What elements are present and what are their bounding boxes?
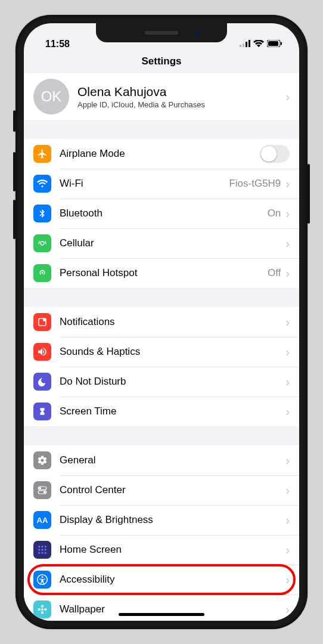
airplane-icon — [33, 145, 51, 163]
cellular-signal-icon — [240, 39, 250, 49]
svg-rect-19 — [38, 552, 40, 554]
hotspot-icon — [33, 264, 51, 282]
svg-rect-15 — [45, 546, 46, 547]
chevron-right-icon: › — [285, 237, 290, 250]
home-grid-icon — [33, 541, 51, 559]
svg-rect-6 — [281, 42, 282, 45]
wifi-settings-icon — [33, 175, 51, 193]
svg-rect-5 — [268, 41, 278, 46]
general-row[interactable]: General › — [24, 445, 299, 475]
svg-rect-14 — [42, 546, 44, 547]
svg-rect-1 — [243, 44, 244, 47]
svg-rect-16 — [38, 549, 40, 551]
switches-icon — [33, 481, 51, 499]
hotspot-value: Off — [268, 267, 281, 279]
chevron-right-icon: › — [285, 315, 290, 329]
sounds-row[interactable]: Sounds & Haptics › — [24, 337, 299, 367]
dnd-row[interactable]: Do Not Disturb › — [24, 367, 299, 397]
svg-rect-0 — [240, 45, 241, 47]
accessibility-label: Accessibility — [60, 574, 284, 586]
profile-subtitle: Apple ID, iCloud, Media & Purchases — [77, 100, 284, 109]
screen: 11:58 Settings OK Olena Kahujova A — [24, 23, 299, 621]
home-screen-label: Home Screen — [60, 544, 284, 556]
text-size-icon: AA — [33, 511, 51, 529]
bluetooth-value: On — [268, 208, 281, 219]
home-screen-row[interactable]: Home Screen › — [24, 535, 299, 565]
home-indicator[interactable] — [119, 613, 204, 616]
notifications-icon — [33, 313, 51, 331]
hotspot-label: Personal Hotspot — [60, 267, 268, 279]
chevron-right-icon: › — [285, 207, 290, 221]
notifications-row[interactable]: Notifications › — [24, 307, 299, 337]
cellular-label: Cellular — [60, 237, 284, 249]
general-label: General — [60, 454, 284, 466]
phone-frame: 11:58 Settings OK Olena Kahujova A — [15, 15, 308, 629]
svg-rect-17 — [42, 549, 44, 551]
accessibility-icon — [33, 571, 51, 589]
svg-point-23 — [42, 576, 44, 578]
control-center-label: Control Center — [60, 484, 284, 496]
bluetooth-row[interactable]: Bluetooth On › — [24, 199, 299, 228]
chevron-right-icon: › — [285, 543, 290, 557]
battery-icon — [267, 39, 282, 49]
control-center-row[interactable]: Control Center › — [24, 475, 299, 505]
wifi-icon — [253, 39, 264, 49]
airplane-mode-row[interactable]: Airplane Mode — [24, 139, 299, 169]
chevron-right-icon: › — [285, 454, 290, 467]
chevron-right-icon: › — [285, 267, 290, 280]
svg-rect-13 — [38, 546, 40, 547]
wallpaper-row[interactable]: Wallpaper › — [24, 595, 299, 621]
cellular-icon — [33, 234, 51, 252]
airplane-label: Airplane Mode — [60, 148, 260, 160]
svg-point-8 — [43, 318, 46, 321]
svg-rect-21 — [45, 552, 46, 554]
profile-name: Olena Kahujova — [77, 85, 284, 99]
svg-rect-2 — [246, 42, 247, 47]
svg-rect-18 — [45, 549, 46, 551]
svg-point-26 — [41, 611, 44, 614]
avatar: OK — [33, 79, 69, 114]
wifi-label: Wi-Fi — [60, 178, 229, 190]
accessibility-row[interactable]: Accessibility › — [24, 565, 299, 595]
chevron-right-icon: › — [285, 484, 290, 497]
notifications-label: Notifications — [60, 316, 284, 328]
svg-rect-20 — [42, 552, 44, 554]
gear-icon — [33, 451, 51, 469]
svg-rect-3 — [249, 40, 250, 47]
notch — [96, 23, 227, 42]
chevron-right-icon: › — [285, 573, 290, 587]
svg-point-24 — [41, 608, 44, 611]
chevron-right-icon: › — [285, 345, 290, 359]
chevron-right-icon: › — [285, 375, 290, 389]
dnd-label: Do Not Disturb — [60, 376, 284, 388]
chevron-right-icon: › — [285, 405, 290, 419]
display-row[interactable]: AA Display & Brightness › — [24, 505, 299, 535]
display-label: Display & Brightness — [60, 514, 284, 526]
chevron-right-icon: › — [285, 603, 290, 617]
bluetooth-label: Bluetooth — [60, 208, 268, 219]
flower-icon — [33, 600, 51, 618]
svg-point-10 — [39, 487, 41, 490]
bluetooth-icon — [33, 205, 51, 222]
chevron-right-icon: › — [285, 90, 290, 104]
svg-point-28 — [44, 608, 47, 611]
screentime-row[interactable]: Screen Time › — [24, 397, 299, 426]
wifi-value: Fios-tG5H9 — [229, 178, 281, 190]
sounds-label: Sounds & Haptics — [60, 346, 284, 358]
svg-point-27 — [38, 608, 41, 611]
svg-point-12 — [44, 491, 46, 494]
svg-point-25 — [41, 605, 44, 608]
chevron-right-icon: › — [285, 177, 290, 191]
airplane-toggle[interactable] — [260, 145, 290, 163]
apple-id-row[interactable]: OK Olena Kahujova Apple ID, iCloud, Medi… — [24, 73, 299, 120]
chevron-right-icon: › — [285, 513, 290, 527]
sounds-icon — [33, 343, 51, 361]
moon-icon — [33, 373, 51, 391]
status-time: 11:58 — [41, 39, 70, 49]
screentime-label: Screen Time — [60, 405, 284, 417]
cellular-row[interactable]: Cellular › — [24, 228, 299, 258]
page-title: Settings — [24, 52, 299, 73]
hotspot-row[interactable]: Personal Hotspot Off › — [24, 258, 299, 288]
wifi-row[interactable]: Wi-Fi Fios-tG5H9 › — [24, 169, 299, 199]
hourglass-icon — [33, 402, 51, 420]
